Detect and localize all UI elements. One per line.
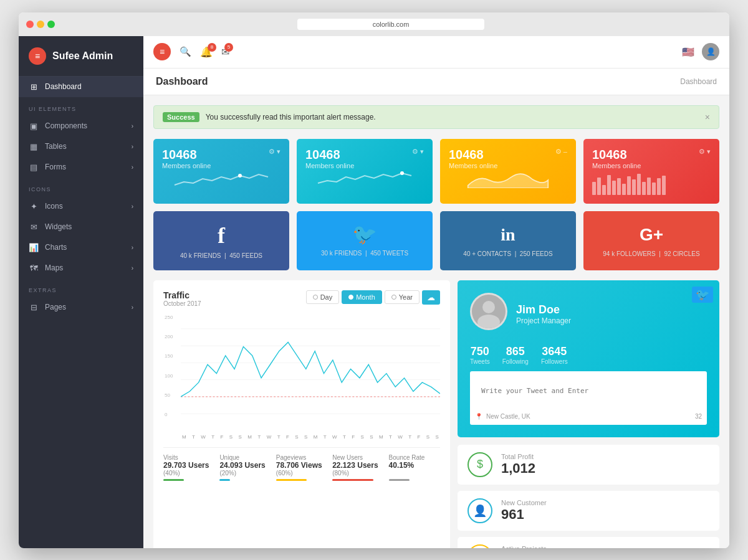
stat-label: Members online [305,162,354,169]
facebook-card[interactable]: f 40 k FRIENDS | 450 FEEDS [153,211,289,270]
stat-label: Unique [219,454,271,461]
sidebar-item-components[interactable]: ▣ Components › [19,116,143,136]
mail-button[interactable]: ✉ 5 [221,46,229,58]
stat-pageviews: Pageviews 78.706 Views (60%) [276,454,327,481]
charts-icon: 📊 [29,243,39,252]
user-avatar[interactable]: 👤 [702,43,719,60]
metric-label: Total Profit [501,453,535,460]
social-cards-row: f 40 k FRIENDS | 450 FEEDS 🐦 30 k FRIEND… [153,211,719,270]
stat-gear-icon[interactable]: ⚙ – [555,148,567,156]
sidebar-section-icons: ICONS [19,178,143,196]
right-panel: 🐦 [458,280,719,548]
stat-sub [389,470,440,477]
stat-value: 78.706 Views [276,461,327,470]
sidebar-item-dashboard[interactable]: ⊞ Dashboard [19,77,143,97]
radio-dot [348,295,353,300]
stat-label: New Users [332,454,383,461]
search-icon[interactable]: 🔍 [180,46,191,57]
chevron-right-icon: › [132,203,133,210]
linkedin-card[interactable]: in 40 + CONTACTS | 250 FEEDS [440,211,576,270]
stat-cards-row: 10468 Members online ⚙ ▾ [153,139,719,204]
period-year-button[interactable]: Year [385,290,420,304]
stat-label: Pageviews [276,454,327,461]
char-count: 32 [695,413,702,420]
sidebar-item-maps[interactable]: 🗺 Maps › [19,258,143,278]
chevron-right-icon: › [132,143,133,150]
metric-value: 961 [501,506,547,523]
following-count: 865 [502,345,529,358]
stat-gear-icon[interactable]: ⚙ ▾ [269,148,280,156]
period-month-button[interactable]: Month [342,290,382,304]
topnav: ≡ 🔍 🔔 8 ✉ 5 🇺🇸 👤 [143,36,729,69]
stat-number: 10468 [162,148,211,162]
forms-icon: ▤ [29,163,39,172]
dot-red[interactable] [26,21,34,28]
sidebar-item-label: Dashboard [45,82,82,91]
browser-dots [26,21,55,28]
content-area: Success You successfully read this impor… [143,95,729,548]
dot-yellow[interactable] [37,21,44,28]
stat-card-blue[interactable]: 10468 Members online ⚙ ▾ [153,139,289,204]
alert-close-button[interactable]: × [705,112,710,122]
stat-card-red[interactable]: 10468 Members online ⚙ ▾ [583,139,719,204]
stat-label: Bounce Rate [389,454,440,461]
twitter-card[interactable]: 🐦 30 k FRIENDS | 450 TWEETS [297,211,433,270]
location-text: New Castle, UK [486,413,530,420]
dashboard-icon: ⊞ [29,82,39,92]
tweets-stat: 750 Tweets [470,345,490,365]
sidebar-item-forms[interactable]: ▤ Forms › [19,157,143,178]
radio-dot [391,295,396,300]
sidebar-item-pages[interactable]: ⊟ Pages › [19,297,143,318]
stat-gear-icon[interactable]: ⚙ ▾ [412,148,424,156]
browser-url: colorlib.com [297,19,484,30]
stat-card-cyan[interactable]: 10468 Members online ⚙ ▾ [297,139,433,204]
stat-sub: (80%) [332,470,383,477]
metric-new-customer: 👤 New Customer 961 [458,491,719,531]
x-axis: MTWTFSS MTWTFSS MTWTFSS MTWTFSS [163,434,440,440]
topnav-right: 🇺🇸 👤 [682,43,719,60]
googleplus-card[interactable]: G+ 94 k FOLLOWERS | 92 CIRCLES [583,211,719,270]
sidebar-item-label: Components [45,121,87,130]
stat-newusers: New Users 22.123 Users (80%) [332,454,383,481]
sidebar-item-label: Forms [45,163,66,171]
radio-dot [313,295,318,300]
page-title: Dashboard [156,76,208,87]
projects-icon: ⊞ [467,544,492,548]
mail-badge: 5 [224,43,233,52]
twitter-icon: 🐦 [692,287,713,303]
stat-label: Members online [449,162,497,169]
menu-button[interactable]: ≡ [153,43,171,60]
stat-gear-icon[interactable]: ⚙ ▾ [699,148,711,156]
sidebar-item-widgets[interactable]: ✉ Widgets [19,217,143,237]
brand-icon: ≡ [29,47,46,65]
flag-icon[interactable]: 🇺🇸 [682,46,694,58]
followers-label: Followers [541,358,568,365]
metric-value: 1,012 [501,460,535,477]
sidebar-item-icons[interactable]: ✦ Icons › [19,196,143,217]
dot-green[interactable] [47,21,55,28]
tweets-label: Tweets [470,358,490,365]
linkedin-stats: 40 + CONTACTS | 250 FEEDS [449,250,567,257]
maps-icon: 🗺 [29,263,39,273]
period-day-button[interactable]: Day [306,290,340,304]
metric-total-profit: $ Total Profit 1,012 [458,445,719,485]
tweet-input[interactable] [475,382,702,407]
customer-icon: 👤 [467,498,492,523]
alert-message: You successfully read this important ale… [206,113,376,121]
sidebar-item-label: Widgets [45,222,72,231]
wave-chart [449,169,567,188]
bell-button[interactable]: 🔔 8 [200,46,213,58]
chevron-right-icon: › [132,123,133,130]
widgets-icon: ✉ [29,222,39,232]
stat-value: 22.123 Users [332,461,383,470]
sidebar-item-tables[interactable]: ▦ Tables › [19,136,143,157]
sidebar-item-label: Icons [45,202,63,211]
download-button[interactable]: ☁ [422,290,440,305]
stat-number: 10468 [305,148,354,162]
user-card: 🐦 [458,280,719,437]
googleplus-stats: 94 k FOLLOWERS | 92 CIRCLES [592,250,711,257]
stat-sub: (20%) [219,470,271,477]
sidebar-item-charts[interactable]: 📊 Charts › [19,237,143,258]
stat-card-yellow[interactable]: 10468 Members online ⚙ – [440,139,576,204]
sidebar-section-ui: UI ELEMENTS [19,97,143,116]
